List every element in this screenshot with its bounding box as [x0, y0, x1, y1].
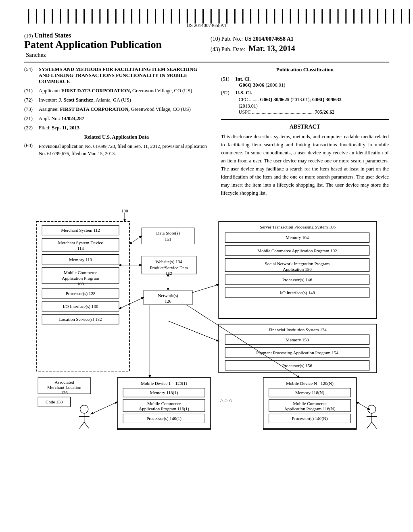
svg-text:136: 136 — [61, 390, 68, 395]
field-21: (21) Appl. No.: 14/024,287 — [24, 116, 209, 122]
svg-text:Application Program 116(1): Application Program 116(1) — [139, 406, 189, 411]
diagram-section: 100 Merchant System 112 Merchant System … — [24, 204, 389, 432]
svg-text:Memory 158: Memory 158 — [286, 337, 309, 342]
svg-text:Memory 118(1): Memory 118(1) — [150, 390, 178, 395]
abstract-header: ABSTRACT — [221, 124, 389, 130]
svg-text:I/O Interface(s) 130: I/O Interface(s) 130 — [63, 304, 98, 309]
patent-type: Patent Application Publication — [24, 39, 202, 51]
svg-text:152: 152 — [165, 270, 172, 275]
svg-text:Financial Institution System 1: Financial Institution System 124 — [269, 327, 327, 332]
class-row-51: (51) Int. Cl. G06Q 30/06 (2006.01) — [221, 76, 389, 88]
right-column: Publication Classification (51) Int. Cl.… — [221, 66, 389, 197]
svg-text:○ ○ ○: ○ ○ ○ — [219, 397, 232, 404]
svg-text:Mobile Device N - 120(N): Mobile Device N - 120(N) — [286, 381, 334, 386]
pub-no-line: (10) Pub. No.: US 2014/0074658 A1 — [211, 36, 389, 42]
svg-line-95 — [192, 284, 219, 292]
svg-text:Processor(s) 128: Processor(s) 128 — [66, 291, 96, 296]
svg-line-92 — [129, 236, 142, 244]
class-row-52: (52) U.S. Cl. CPC ........ G06Q 30/0625 … — [221, 90, 389, 115]
svg-line-89 — [367, 422, 372, 428]
svg-text:114: 114 — [77, 245, 84, 250]
svg-text:Application 150: Application 150 — [283, 266, 312, 271]
svg-text:Mobile Commerce: Mobile Commerce — [64, 270, 97, 274]
barcode-section: ||||||||||||||||||||||||||||||||||||||||… — [24, 8, 389, 29]
svg-line-102 — [357, 402, 370, 410]
svg-text:Mobile Commerce: Mobile Commerce — [293, 401, 327, 406]
svg-text:Mobile Commerce: Mobile Commerce — [147, 401, 181, 406]
svg-text:Product/Service Data: Product/Service Data — [150, 265, 188, 270]
field-22: (22) Filed: Sep. 11, 2013 — [24, 125, 209, 131]
svg-text:Website(s) 134: Website(s) 134 — [155, 259, 182, 264]
svg-text:I/O Interface(s) 148: I/O Interface(s) 148 — [280, 290, 315, 295]
svg-text:Network(s): Network(s) — [158, 293, 178, 298]
svg-text:Memory 104: Memory 104 — [286, 235, 309, 240]
svg-text:Processor(s) 146: Processor(s) 146 — [282, 277, 312, 282]
svg-point-80 — [80, 405, 88, 413]
svg-text:Mobile Device 1 – 120(1): Mobile Device 1 – 120(1) — [141, 381, 187, 386]
field-60: (60) Provisional application No. 61/699,… — [24, 143, 209, 157]
svg-text:Data Store(s): Data Store(s) — [156, 231, 180, 236]
svg-text:Application Program 116(N): Application Program 116(N) — [284, 406, 336, 411]
svg-text:Processor(s) 140(1): Processor(s) 140(1) — [146, 416, 181, 421]
merchant-system-label: Merchant System 112 — [61, 228, 100, 233]
svg-text:Memory 110: Memory 110 — [69, 257, 92, 262]
classification-header: Publication Classification — [221, 66, 389, 73]
field-71: (71) Applicant: FIRST DATA CORPORATION, … — [24, 88, 209, 94]
svg-line-100 — [186, 305, 300, 378]
svg-text:Payment Processing Application: Payment Processing Application Program 1… — [256, 350, 338, 355]
svg-rect-57 — [117, 429, 211, 430]
svg-text:151: 151 — [165, 237, 171, 241]
svg-text:108: 108 — [77, 281, 84, 286]
svg-text:Associated: Associated — [54, 380, 74, 384]
svg-text:Social Network Integration Pro: Social Network Integration Program — [265, 261, 330, 266]
header-right: (10) Pub. No.: US 2014/0074658 A1 (43) P… — [202, 32, 389, 53]
svg-text:Processor(s) 156: Processor(s) 156 — [282, 363, 312, 368]
field-72: (72) Inventor: J. Scott Sanchez, Atlanta… — [24, 97, 209, 103]
pub-date-line: (43) Pub. Date: Mar. 13, 2014 — [211, 44, 389, 53]
header-left: (19) United States Patent Application Pu… — [24, 32, 202, 58]
pub-number: US 20140074658A1 — [24, 23, 389, 29]
svg-text:126: 126 — [165, 299, 171, 303]
invention-title: SYSTEMS AND METHODS FOR FACILITATING ITE… — [39, 66, 209, 85]
svg-rect-70 — [263, 429, 357, 430]
svg-text:Application Program: Application Program — [62, 275, 99, 280]
svg-line-97 — [168, 321, 219, 341]
country-label: (19) United States — [24, 32, 202, 39]
svg-line-94 — [119, 297, 144, 309]
inventor-surname: Sanchez — [26, 52, 202, 58]
label-100: 100 — [121, 208, 128, 213]
abstract-text: This disclosure describes systems, metho… — [221, 133, 389, 197]
left-column: (54) SYSTEMS AND METHODS FOR FACILITATIN… — [24, 66, 209, 197]
svg-text:Mobile Commerce Application Pr: Mobile Commerce Application Program 102 — [257, 248, 337, 253]
svg-text:Code 138: Code 138 — [46, 399, 63, 404]
svg-line-101 — [91, 402, 117, 414]
svg-text:Merchant System Device: Merchant System Device — [58, 240, 103, 245]
related-app-header: Related U.S. Application Data — [24, 134, 209, 140]
patent-diagram: 100 Merchant System 112 Merchant System … — [24, 204, 389, 430]
svg-text:Merchant Location: Merchant Location — [47, 385, 81, 390]
svg-line-84 — [84, 422, 89, 428]
svg-text:Server Transaction Processing : Server Transaction Processing System 106 — [260, 224, 336, 229]
header-section: (19) United States Patent Application Pu… — [24, 32, 389, 62]
svg-line-83 — [79, 422, 84, 428]
svg-line-90 — [372, 422, 377, 428]
field-73: (73) Assignee: FIRST DATA CORPORATION, G… — [24, 106, 209, 112]
field-54: (54) SYSTEMS AND METHODS FOR FACILITATIN… — [24, 66, 209, 85]
svg-text:Processor(s) 140(N): Processor(s) 140(N) — [292, 416, 328, 421]
svg-text:Location Service(s) 132: Location Service(s) 132 — [59, 317, 102, 322]
barcode: ||||||||||||||||||||||||||||||||||||||||… — [24, 8, 413, 23]
svg-text:Memory 118(N): Memory 118(N) — [295, 390, 325, 395]
